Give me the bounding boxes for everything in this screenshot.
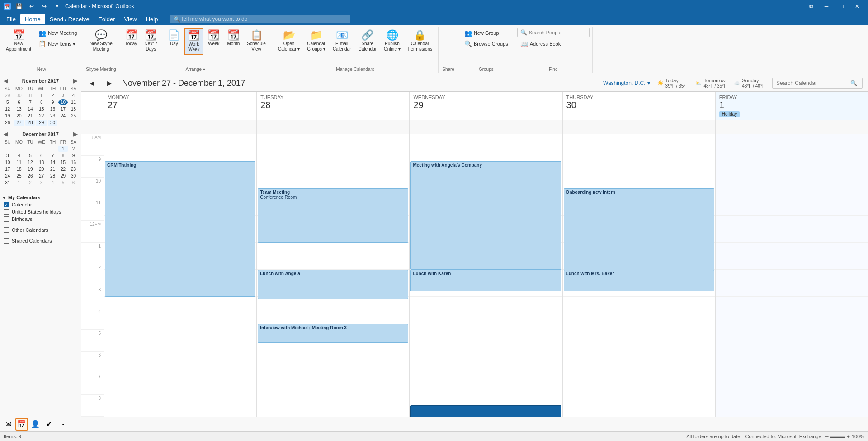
open-cal-icon: 📂 <box>283 30 295 40</box>
day-col-mon[interactable]: CRM Training <box>104 134 257 417</box>
calendar-location[interactable]: Washington, D.C. ▾ <box>603 80 650 86</box>
week-view-btn[interactable]: 📆 Week <box>204 28 223 49</box>
calendar-permissions-btn[interactable]: 🔒 CalendarPermissions <box>405 28 435 54</box>
search-people-field[interactable] <box>529 30 583 35</box>
other-cals-checkbox[interactable] <box>4 227 9 233</box>
calendar-item[interactable]: ✓ Calendar <box>2 201 79 208</box>
people-nav-btn[interactable]: 👤 <box>29 418 42 431</box>
nov-next-btn[interactable]: ▶ <box>73 78 77 84</box>
day-header-fri[interactable]: FRIDAY 1 Holiday <box>716 92 868 120</box>
mail-nav-btn[interactable]: ✉ <box>2 418 14 431</box>
publish-online-btn[interactable]: 🌐 PublishOnline ▾ <box>381 28 404 54</box>
onboarding-intern-event[interactable]: Onboarding new intern <box>564 188 714 283</box>
tell-me-search[interactable]: 🔍 Tell me what you want to do <box>170 15 350 23</box>
menu-view[interactable]: View <box>120 14 142 24</box>
shared-cals-checkbox[interactable] <box>4 238 9 244</box>
meeting-angela-event[interactable]: Meeting with Angela's Company <box>410 161 561 270</box>
month-view-btn[interactable]: 📆 Month <box>224 28 243 49</box>
email-calendar-btn[interactable]: 📧 E-mailCalendar <box>330 28 354 54</box>
share-calendar-btn[interactable]: 🔗 ShareCalendar <box>355 28 380 54</box>
browse-groups-btn[interactable]: 🔍 Browse Groups <box>461 39 511 49</box>
window-minimize-btn[interactable]: ─ <box>819 2 834 11</box>
weather-tomorrow: ⛅ Tomorrow48°F / 35°F <box>695 78 726 89</box>
day-col-thu[interactable]: Onboarding new intern Lunch with Mrs. Ba… <box>563 134 716 417</box>
workweek-view-btn[interactable]: 📆 WorkWeek <box>184 28 203 55</box>
menu-help[interactable]: Help <box>142 14 163 24</box>
window-restore-btn[interactable]: ⧉ <box>804 2 818 11</box>
birthdays-checkbox[interactable] <box>4 216 9 222</box>
new-meeting-btn[interactable]: 👥 New Meeting <box>35 28 80 38</box>
day-col-fri[interactable] <box>716 134 868 417</box>
cal-next-btn[interactable]: ▶ <box>104 79 115 88</box>
calendar-nav-btn[interactable]: 📅 <box>15 418 28 431</box>
address-book-btn[interactable]: 📖 Address Book <box>517 39 590 49</box>
other-cals-item[interactable]: Other Calendars <box>2 226 79 234</box>
dec-prev-btn[interactable]: ◀ <box>4 131 8 137</box>
schedule-view-btn[interactable]: 📋 ScheduleView <box>244 28 269 54</box>
calendar-checkbox[interactable]: ✓ <box>4 202 9 207</box>
allday-wed[interactable] <box>410 120 562 134</box>
day-col-tue[interactable]: Team Meeting Conference Room Lunch with … <box>257 134 410 417</box>
calendar-search-input[interactable] <box>776 80 849 86</box>
allday-thu[interactable] <box>563 120 716 134</box>
meeting-icon: 👥 <box>38 29 46 37</box>
zoom-in-btn[interactable]: + <box>847 434 849 439</box>
more-nav-btn[interactable]: ··· <box>56 418 69 431</box>
shared-calendars-section: Shared Calendars <box>2 237 79 244</box>
day-col-wed[interactable]: Meeting with Angela's Company Lunch with… <box>410 134 562 417</box>
shared-cals-item[interactable]: Shared Calendars <box>2 237 79 244</box>
menu-home[interactable]: Home <box>20 14 45 24</box>
menu-send-receive[interactable]: Send / Receive <box>45 14 94 24</box>
save-quick-btn[interactable]: 💾 <box>14 2 24 11</box>
birthdays-item[interactable]: Birthdays <box>2 216 79 223</box>
zoom-level: 100% <box>852 434 864 439</box>
next7days-btn[interactable]: 📆 Next 7Days <box>142 28 161 54</box>
event-wed-6pm[interactable] <box>410 405 561 417</box>
tasks-nav-btn[interactable]: ✔ <box>42 418 55 431</box>
interview-michael-event[interactable]: Interview with Michael ; Meeting Room 3 <box>258 324 408 343</box>
us-holidays-item[interactable]: United States holidays <box>2 208 79 216</box>
weather-section: ☀️ Today39°F / 35°F ⛅ Tomorrow48°F / 35°… <box>657 78 765 89</box>
quick-dropdown-btn[interactable]: ▾ <box>52 2 62 11</box>
day-view-btn[interactable]: 📄 Day <box>165 28 183 49</box>
new-appointment-btn[interactable]: 📅 NewAppointment <box>3 28 34 54</box>
day-header-tue[interactable]: TUESDAY 28 <box>257 92 410 120</box>
day-header-wed[interactable]: WEDNESDAY 29 <box>410 92 562 120</box>
calendar-search-box[interactable]: 🔍 <box>772 78 863 89</box>
allday-mon[interactable] <box>104 120 257 134</box>
day-header-thu[interactable]: THURSDAY 30 <box>563 92 716 120</box>
crm-training-event[interactable]: CRM Training <box>105 161 255 297</box>
new-group-btn[interactable]: 👥 New Group <box>461 28 511 38</box>
menu-folder[interactable]: Folder <box>94 14 120 24</box>
ribbon-group-new: 📅 NewAppointment 👥 New Meeting 📋 New Ite… <box>0 27 83 73</box>
allday-tue[interactable] <box>257 120 410 134</box>
time-header-spacer <box>81 92 104 114</box>
us-holidays-checkbox[interactable] <box>4 209 9 215</box>
lunch-karen-event[interactable]: Lunch with Karen <box>410 270 561 291</box>
lunch-baker-event[interactable]: Lunch with Mrs. Baker <box>564 270 714 291</box>
zoom-slider[interactable]: ▬▬▬ <box>830 434 845 439</box>
menu-file[interactable]: File <box>2 14 20 24</box>
team-meeting-event[interactable]: Team Meeting Conference Room <box>258 188 408 243</box>
today-btn[interactable]: 📅 Today <box>122 28 141 49</box>
calendar-groups-btn[interactable]: 📁 CalendarGroups ▾ <box>304 28 329 54</box>
redo-quick-btn[interactable]: ↪ <box>39 2 50 11</box>
search-people-input[interactable]: 🔍 <box>517 28 590 37</box>
new-skype-meeting-btn[interactable]: 💬 New SkypeMeeting <box>86 28 116 54</box>
window-close-btn[interactable]: ✕ <box>850 2 864 11</box>
window-maximize-btn[interactable]: □ <box>835 2 849 11</box>
ribbon-group-groups: 👥 New Group 🔍 Browse Groups Groups <box>458 27 514 73</box>
cal-prev-btn[interactable]: ◀ <box>87 79 97 88</box>
dec-next-btn[interactable]: ▶ <box>73 131 77 137</box>
my-calendars-header[interactable]: ▼ My Calendars <box>2 194 79 201</box>
new-items-btn[interactable]: 📋 New Items ▾ <box>35 39 80 49</box>
zoom-out-btn[interactable]: ─ <box>825 434 829 439</box>
lunch-angela-event[interactable]: Lunch with Angela <box>258 270 408 299</box>
other-calendars-section: Other Calendars <box>2 226 79 234</box>
day-header-mon[interactable]: MONDAY 27 <box>104 92 257 120</box>
open-calendar-btn[interactable]: 📂 OpenCalendar ▾ <box>275 28 303 54</box>
nov-prev-btn[interactable]: ◀ <box>4 78 8 84</box>
allday-fri[interactable] <box>716 120 868 134</box>
undo-quick-btn[interactable]: ↩ <box>26 2 37 11</box>
weather-sunday: ☁️ Sunday48°F / 40°F <box>734 78 765 89</box>
